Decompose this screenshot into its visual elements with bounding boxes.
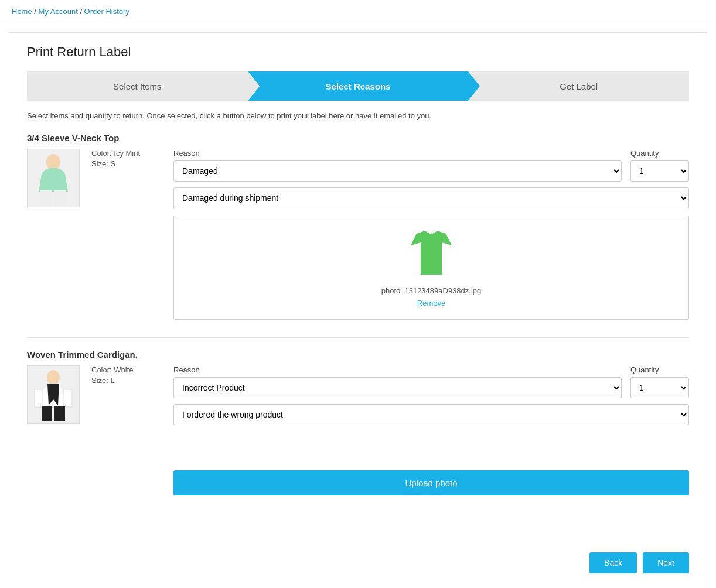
item1-remove-button[interactable]: Remove xyxy=(417,299,445,307)
item2-qty-label: Quantity xyxy=(630,365,689,374)
breadcrumb-myaccount[interactable]: My Account xyxy=(39,7,78,16)
step-select-reasons[interactable]: Select Reasons xyxy=(248,71,469,101)
item1-reason-section: Reason Damaged Incorrect Product Does no… xyxy=(173,149,689,320)
step-get-label[interactable]: Get Label xyxy=(468,71,689,101)
svg-rect-2 xyxy=(54,190,66,205)
item1-sub-reason-select[interactable]: Damaged during shipment Damaged before s… xyxy=(173,187,689,208)
item1-reason-label: Reason xyxy=(173,149,622,158)
section-divider xyxy=(27,337,689,338)
item2-size: Size: L xyxy=(91,376,162,385)
item1-name: 3/4 Sleeve V-Neck Top xyxy=(27,133,689,143)
item2-reason-label: Reason xyxy=(173,365,622,374)
item2-upload-button[interactable]: Upload photo xyxy=(173,470,689,495)
item2-details: Color: White Size: L xyxy=(91,365,162,387)
svg-rect-1 xyxy=(40,190,52,205)
item2-color: Color: White xyxy=(91,365,162,374)
item1-image xyxy=(27,149,80,207)
steps-bar: Select Items Select Reasons Get Label xyxy=(27,71,689,101)
instruction-text: Select items and quantity to return. Onc… xyxy=(27,111,689,120)
svg-rect-4 xyxy=(35,389,43,407)
page-title: Print Return Label xyxy=(27,45,689,60)
item1-size: Size: S xyxy=(91,159,162,168)
step-select-items[interactable]: Select Items xyxy=(27,71,248,101)
next-button[interactable]: Next xyxy=(643,552,689,573)
item1-qty-select[interactable]: 1 2 3 xyxy=(630,160,689,182)
item2-reason-select[interactable]: Damaged Incorrect Product Does not fit O… xyxy=(173,377,622,398)
item1-photo-filename: photo_13123489aD938dz.jpg xyxy=(381,286,482,295)
item2-name: Woven Trimmed Cardigan. xyxy=(27,350,689,360)
breadcrumb-home[interactable]: Home xyxy=(12,7,32,16)
item2-photo-box: Upload photo xyxy=(173,432,689,526)
item1-reason-select[interactable]: Damaged Incorrect Product Does not fit O… xyxy=(173,160,622,182)
breadcrumb-orderhistory[interactable]: Order History xyxy=(84,7,129,16)
item-section-1: 3/4 Sleeve V-Neck Top Color: Icy Mint Si… xyxy=(27,133,689,320)
item-section-2: Woven Trimmed Cardigan. Color: Whi xyxy=(27,350,689,526)
item2-reason-section: Reason Damaged Incorrect Product Does no… xyxy=(173,365,689,526)
item2-image xyxy=(27,365,80,424)
nav-buttons: Back Next xyxy=(27,543,689,573)
item1-photo-box: photo_13123489aD938dz.jpg Remove xyxy=(173,216,689,320)
item2-qty-select[interactable]: 1 2 3 xyxy=(630,377,689,398)
svg-rect-7 xyxy=(54,406,65,421)
shirt-icon xyxy=(408,228,455,281)
item2-sub-reason-select[interactable]: I ordered the wrong product Wrong item s… xyxy=(173,404,689,425)
item1-qty-label: Quantity xyxy=(630,149,689,158)
breadcrumb: Home / My Account / Order History xyxy=(0,0,716,23)
item1-details: Color: Icy Mint Size: S xyxy=(91,149,162,170)
svg-rect-6 xyxy=(42,406,52,421)
svg-point-3 xyxy=(47,370,60,385)
svg-rect-5 xyxy=(64,389,72,407)
svg-point-0 xyxy=(46,154,60,170)
back-button[interactable]: Back xyxy=(589,552,637,573)
item1-color: Color: Icy Mint xyxy=(91,149,162,158)
